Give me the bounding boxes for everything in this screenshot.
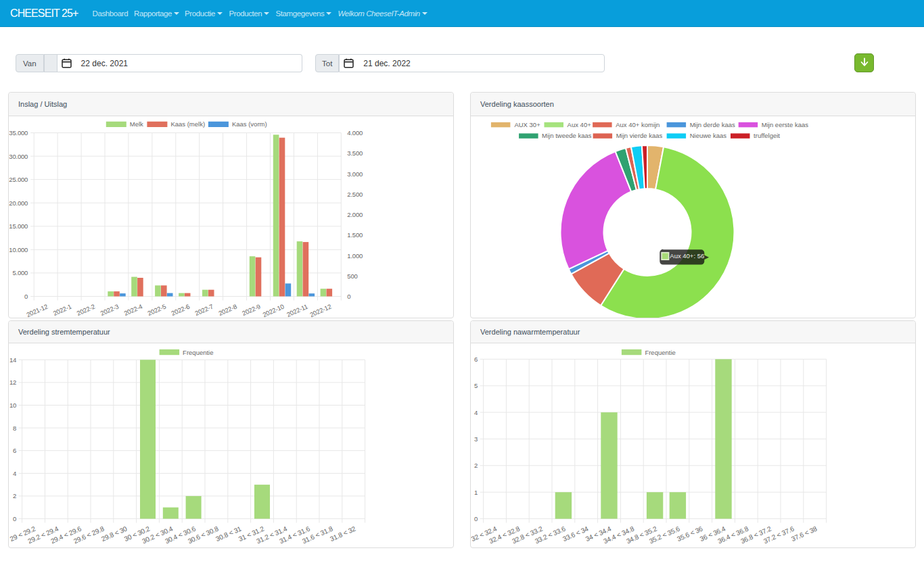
svg-text:2: 2 — [13, 492, 16, 499]
svg-text:12: 12 — [9, 379, 16, 386]
svg-text:2022-1: 2022-1 — [52, 303, 72, 318]
svg-text:2022-12: 2022-12 — [308, 303, 332, 318]
svg-text:2.000: 2.000 — [347, 211, 363, 218]
svg-text:2022-11: 2022-11 — [285, 303, 308, 318]
svg-text:Aux 40+ komijn: Aux 40+ komijn — [616, 121, 660, 128]
svg-text:2022-7: 2022-7 — [193, 303, 214, 318]
svg-text:25.000: 25.000 — [9, 176, 28, 183]
svg-text:2021-12: 2021-12 — [25, 303, 49, 318]
svg-text:10: 10 — [9, 401, 16, 409]
svg-text:Aux 40+: Aux 40+ — [568, 121, 592, 128]
svg-text:37.6 < 38: 37.6 < 38 — [790, 524, 818, 543]
svg-text:Frequentie: Frequentie — [645, 349, 675, 356]
svg-text:Kaas (melk): Kaas (melk) — [170, 120, 205, 128]
svg-text:500: 500 — [347, 272, 357, 280]
svg-text:0: 0 — [347, 293, 350, 300]
svg-text:Kaas (vorm): Kaas (vorm) — [232, 120, 267, 128]
svg-text:Mijn tweede kaas: Mijn tweede kaas — [542, 132, 592, 139]
svg-text:Aux 40+: 56: Aux 40+: 56 — [670, 252, 704, 260]
svg-text:2.500: 2.500 — [347, 191, 363, 198]
svg-text:2022-4: 2022-4 — [123, 303, 143, 318]
svg-text:3.000: 3.000 — [347, 170, 363, 178]
svg-text:0: 0 — [474, 515, 478, 522]
svg-text:3: 3 — [474, 435, 478, 443]
svg-text:Mijn eerste kaas: Mijn eerste kaas — [762, 121, 808, 128]
svg-text:1.000: 1.000 — [347, 252, 363, 260]
svg-text:4.000: 4.000 — [347, 129, 363, 137]
svg-text:2022-6: 2022-6 — [170, 303, 190, 318]
svg-text:5.000: 5.000 — [12, 269, 28, 276]
svg-text:10.000: 10.000 — [9, 246, 28, 253]
svg-text:3.500: 3.500 — [347, 149, 363, 157]
svg-text:35.000: 35.000 — [9, 129, 28, 137]
svg-text:14: 14 — [9, 356, 16, 364]
svg-text:2: 2 — [474, 462, 478, 469]
svg-text:2022-10: 2022-10 — [262, 303, 285, 318]
svg-text:4: 4 — [474, 409, 478, 416]
svg-text:Mijn derde kaas: Mijn derde kaas — [690, 121, 735, 128]
svg-text:15.000: 15.000 — [9, 222, 28, 230]
svg-text:5: 5 — [474, 382, 478, 389]
svg-text:2022-8: 2022-8 — [217, 303, 237, 318]
svg-text:30.000: 30.000 — [9, 153, 28, 160]
svg-text:Nieuwe kaas: Nieuwe kaas — [690, 132, 727, 139]
svg-text:6: 6 — [13, 447, 16, 454]
svg-text:8: 8 — [13, 424, 16, 432]
svg-text:2022-3: 2022-3 — [99, 303, 120, 318]
svg-text:2022-2: 2022-2 — [76, 303, 96, 318]
svg-text:0: 0 — [24, 293, 28, 300]
svg-text:1.500: 1.500 — [347, 231, 363, 239]
svg-text:Mijn vierde kaas: Mijn vierde kaas — [616, 132, 663, 139]
svg-text:Frequentie: Frequentie — [183, 349, 213, 356]
svg-text:6: 6 — [474, 356, 478, 363]
svg-text:0: 0 — [13, 515, 16, 522]
svg-text:31.8 < 32: 31.8 < 32 — [329, 524, 357, 543]
svg-text:1: 1 — [474, 489, 478, 496]
svg-text:20.000: 20.000 — [9, 199, 28, 207]
svg-text:2022-5: 2022-5 — [146, 303, 166, 318]
svg-text:AUX 30+: AUX 30+ — [514, 121, 540, 128]
svg-text:Melk: Melk — [130, 120, 143, 128]
svg-text:4: 4 — [13, 470, 16, 477]
svg-text:2022-9: 2022-9 — [241, 303, 261, 318]
svg-text:truffelgeit: truffelgeit — [754, 132, 780, 139]
